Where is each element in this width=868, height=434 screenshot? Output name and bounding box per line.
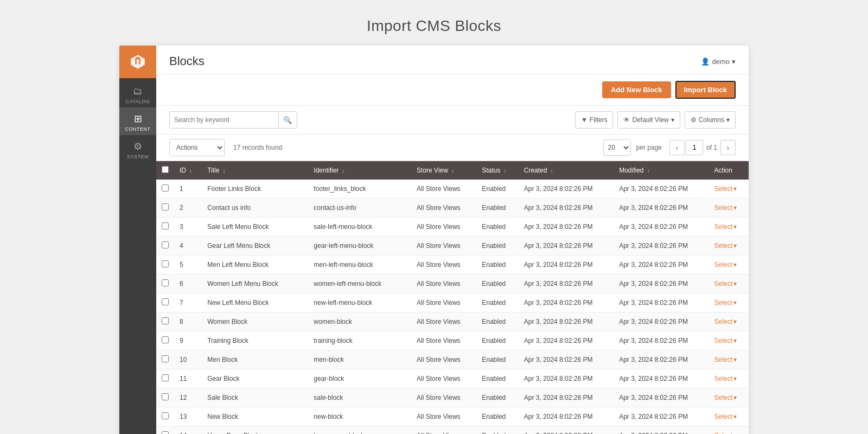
row-checkbox[interactable] [162,412,169,419]
row-status: Enabled [476,426,519,435]
col-header-check [156,161,174,180]
row-id: 1 [174,180,202,199]
row-checkbox[interactable] [162,374,169,381]
row-id: 2 [174,199,202,218]
table-row: 5 Men Left Menu Block men-left-menu-bloc… [156,256,749,275]
add-new-block-button[interactable]: Add New Block [602,81,671,98]
row-checkbox[interactable] [162,241,169,248]
row-checkbox[interactable] [162,298,169,305]
table-row: 11 Gear Block gear-block All Store Views… [156,369,749,388]
row-select-link[interactable]: Select ▾ [714,185,743,193]
row-identifier: gear-left-menu-block [308,237,411,256]
row-status: Enabled [476,256,519,275]
view-select[interactable]: 👁 Default View ▾ [617,111,680,129]
row-select-link[interactable]: Select ▾ [714,280,743,288]
import-block-button[interactable]: Import Block [675,81,736,99]
table-header-row: ID ↕ Title ↕ Identifier ↕ Store View ↕ S… [156,161,749,180]
user-icon: 👤 [701,58,710,66]
row-action: Select ▾ [709,237,749,256]
row-checkbox[interactable] [162,222,169,229]
sort-icon-modified: ↕ [647,168,650,174]
row-modified: Apr 3, 2024 8:02:26 PM [614,369,709,388]
table-row: 7 New Left Menu Block new-left-menu-bloc… [156,293,749,312]
page-prev-button[interactable]: ‹ [669,140,685,155]
col-header-identifier[interactable]: Identifier ↕ [308,161,411,180]
row-select-link[interactable]: Select ▾ [714,261,743,269]
col-header-id[interactable]: ID ↕ [174,161,202,180]
page-next-button[interactable]: › [720,140,736,155]
row-select-link[interactable]: Select ▾ [714,223,743,231]
row-checkbox[interactable] [162,184,169,192]
row-select-link[interactable]: Select ▾ [714,413,743,420]
actions-bar: Add New Block Import Block [156,74,749,106]
row-select-link[interactable]: Select ▾ [714,394,743,401]
row-store-view: All Store Views [411,388,476,407]
search-button[interactable]: 🔍 [278,112,297,128]
row-select-link[interactable]: Select ▾ [714,204,743,212]
columns-dropdown-icon: ▾ [726,116,730,124]
filters-button[interactable]: ▼ Filters [575,111,614,129]
row-select-link[interactable]: Select ▾ [714,375,743,382]
row-checkbox[interactable] [162,260,169,267]
magento-logo-icon [129,53,146,71]
row-id: 8 [174,312,202,331]
sort-icon-status: ↕ [504,168,507,174]
row-title: Sale Left Menu Block [202,218,308,237]
row-store-view: All Store Views [411,312,476,331]
row-checkbox-cell [156,293,174,312]
row-checkbox[interactable] [162,431,169,434]
row-identifier: training-block [308,331,411,350]
sidebar-item-catalog[interactable]: 🗂 CATALOG [119,80,156,107]
row-select-link[interactable]: Select ▾ [714,299,743,307]
row-status: Enabled [476,350,519,369]
row-select-link[interactable]: Select ▾ [714,242,743,250]
action-dropdown-icon: ▾ [733,280,737,288]
row-modified: Apr 3, 2024 8:02:26 PM [614,312,709,331]
row-checkbox[interactable] [162,355,169,362]
row-select-link[interactable]: Select ▾ [714,432,743,434]
row-checkbox[interactable] [162,317,169,324]
col-header-status[interactable]: Status ↕ [476,161,519,180]
sidebar-item-system[interactable]: ⚙ SYSTEM [119,135,156,163]
row-store-view: All Store Views [411,275,476,293]
page-title-area: Import CMS Blocks [0,0,868,46]
row-checkbox[interactable] [162,203,169,210]
row-checkbox[interactable] [162,336,169,343]
user-menu[interactable]: 👤 demo ▾ [701,58,736,66]
row-select-link[interactable]: Select ▾ [714,356,743,363]
sidebar-logo [119,46,156,78]
page-number-input[interactable] [686,140,703,155]
actions-select-wrap: Actions Delete Enable Disable [169,139,225,156]
col-header-modified[interactable]: Modified ↕ [614,161,709,180]
per-page-select[interactable]: 20 30 50 100 200 [604,140,630,155]
row-select-link[interactable]: Select ▾ [714,337,743,344]
col-header-title[interactable]: Title ↕ [202,161,308,180]
row-id: 10 [174,350,202,369]
row-checkbox[interactable] [162,279,169,286]
table-row: 8 Women Block women-block All Store View… [156,312,749,331]
row-checkbox-cell [156,218,174,237]
row-checkbox-cell [156,199,174,218]
col-header-created[interactable]: Created ↕ [519,161,614,180]
columns-button[interactable]: ⚙ Columns ▾ [685,111,736,129]
actions-select[interactable]: Actions Delete Enable Disable [170,139,224,156]
row-store-view: All Store Views [411,369,476,388]
search-input[interactable] [170,112,278,128]
header-bar: Blocks 👤 demo ▾ [156,46,749,74]
row-identifier: footer_links_block [308,180,411,199]
per-page-select-wrap: 20 30 50 100 200 [603,139,631,156]
row-created: Apr 3, 2024 8:02:26 PM [519,350,614,369]
blocks-table: ID ↕ Title ↕ Identifier ↕ Store View ↕ S… [156,161,749,434]
select-all-checkbox[interactable] [162,166,169,173]
col-header-store-view[interactable]: Store View ↕ [411,161,476,180]
row-identifier: men-left-menu-block [308,256,411,275]
sidebar-item-content[interactable]: ⊞ CONTENT [119,107,156,135]
row-id: 4 [174,237,202,256]
action-dropdown-icon: ▾ [733,261,737,269]
user-name: demo [712,58,730,66]
row-checkbox[interactable] [162,393,169,400]
row-select-link[interactable]: Select ▾ [714,318,743,326]
row-modified: Apr 3, 2024 8:02:26 PM [614,293,709,312]
search-box: 🔍 [169,111,297,129]
sidebar-label-content: CONTENT [125,126,151,132]
